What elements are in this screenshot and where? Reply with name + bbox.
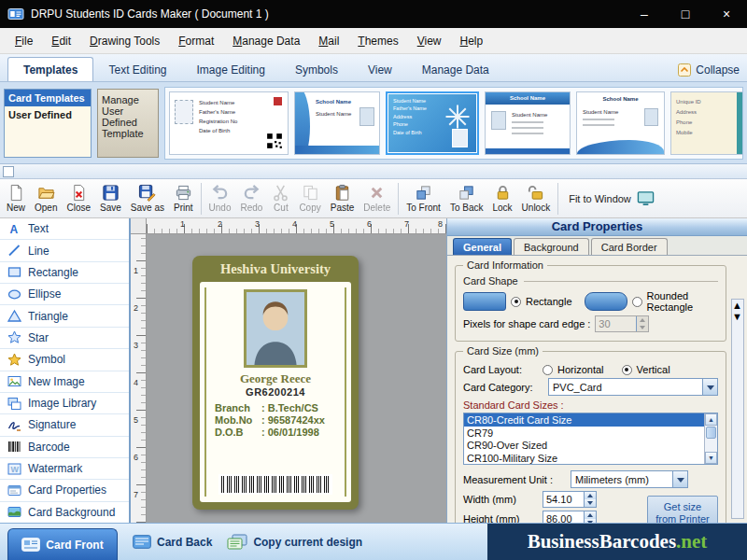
spin-up[interactable] xyxy=(585,511,596,519)
menu-item-format[interactable]: Format xyxy=(169,31,223,51)
dropdown-arrow-icon[interactable] xyxy=(702,379,717,395)
panel-scrollbar[interactable]: ▲ ▼ xyxy=(731,299,744,519)
card-holder-name[interactable]: George Reece xyxy=(200,371,351,386)
rounded-rectangle-radio[interactable] xyxy=(632,297,642,307)
tab-image-editing[interactable]: Image Editing xyxy=(182,58,280,81)
save-as-button[interactable]: Save as xyxy=(126,182,169,215)
rectangle-radio[interactable] xyxy=(511,297,521,307)
template-thumbnail-1[interactable]: Student Name Father's Name Registration … xyxy=(169,91,289,155)
card-size-option-selected[interactable]: CR80-Credit Card Size xyxy=(464,413,704,427)
card-front-tab[interactable]: Card Front xyxy=(7,528,118,560)
lock-button[interactable]: Lock xyxy=(487,182,516,215)
card-category-dropdown[interactable]: PVC_Card xyxy=(548,378,718,396)
template-thumbnail-2[interactable]: School Name Student Name xyxy=(294,91,380,155)
to-back-button[interactable]: To Back xyxy=(445,182,488,215)
rounded-rectangle-radio-label[interactable]: Rounded Rectangle xyxy=(647,290,701,313)
card-photo[interactable] xyxy=(244,289,307,368)
tab-templates[interactable]: Templates xyxy=(7,57,93,81)
measurement-unit-dropdown[interactable]: Milimeters (mm) xyxy=(571,470,688,488)
scrollbar-thumb[interactable] xyxy=(706,427,716,439)
tab-background[interactable]: Background xyxy=(514,238,589,255)
copy-button[interactable]: Copy xyxy=(294,182,325,215)
tool-card-properties[interactable]: Card Properties xyxy=(0,480,129,501)
card-back-tab[interactable]: Card Back xyxy=(133,535,212,549)
close-button[interactable]: × xyxy=(706,0,747,28)
template-thumbnail-6[interactable]: Unique ID Address Phone Mobile xyxy=(670,91,743,155)
menu-item-file[interactable]: File xyxy=(6,31,42,51)
card-university-name[interactable]: Heshiva University xyxy=(192,261,359,277)
template-thumbnail-4[interactable]: School Name Student Name xyxy=(485,91,571,155)
menu-item-edit[interactable]: Edit xyxy=(42,31,80,51)
menu-item-drawing-tools[interactable]: Drawing Tools xyxy=(80,31,169,51)
scrollbar-track[interactable] xyxy=(705,426,717,452)
open-button[interactable]: Open xyxy=(30,182,62,215)
menu-item-manage-data[interactable]: Manage Data xyxy=(223,31,309,51)
card-barcode[interactable] xyxy=(218,474,332,495)
card-field-row[interactable]: D.O.B: 06/01/1998 xyxy=(200,426,351,438)
scroll-down-arrow[interactable]: ▼ xyxy=(705,452,717,464)
delete-button[interactable]: Delete xyxy=(359,182,395,215)
maximize-button[interactable]: □ xyxy=(665,0,706,28)
redo-button[interactable]: Redo xyxy=(235,182,267,215)
vertical-radio-label[interactable]: Vertical xyxy=(637,364,670,375)
vertical-radio[interactable] xyxy=(622,365,632,375)
tool-watermark[interactable]: WWatermark xyxy=(0,458,129,480)
menu-item-view[interactable]: View xyxy=(408,31,451,51)
tool-text[interactable]: AText xyxy=(0,218,129,240)
template-thumbnail-5[interactable]: School Name Student Name xyxy=(576,91,665,155)
get-size-from-printer-button[interactable]: Get size from Printer xyxy=(647,496,718,523)
tool-signature[interactable]: Signature xyxy=(0,414,129,436)
tool-star[interactable]: Star xyxy=(0,328,129,349)
rounded-rectangle-shape-preview[interactable] xyxy=(585,292,627,311)
id-card-design[interactable]: Heshiva University George Reece GR620021… xyxy=(192,256,359,510)
card-field-row[interactable]: Branch: B.Tech/CS xyxy=(200,401,351,413)
tab-view[interactable]: View xyxy=(353,58,407,81)
collapse-button[interactable]: Collapse xyxy=(678,63,740,81)
paste-button[interactable]: Paste xyxy=(326,182,359,215)
card-id-number[interactable]: GR6200214 xyxy=(200,386,351,398)
tool-triangle[interactable]: Triangle xyxy=(0,305,129,327)
scroll-down-arrow[interactable]: ▼ xyxy=(732,311,743,322)
close-document-button[interactable]: Close xyxy=(62,182,95,215)
menu-item-mail[interactable]: Mail xyxy=(309,31,348,51)
spin-down[interactable] xyxy=(585,519,596,523)
tool-ellipse[interactable]: Ellipse xyxy=(0,284,129,305)
card-size-option[interactable]: CR100-Military Size xyxy=(464,452,704,465)
list-scrollbar[interactable]: ▲ ▼ xyxy=(704,413,717,464)
width-spinner[interactable]: 54.10 xyxy=(543,491,597,508)
copy-current-design-button[interactable]: Copy current design xyxy=(227,534,362,550)
tool-new-image[interactable]: New Image xyxy=(0,371,129,393)
scroll-up-arrow[interactable]: ▲ xyxy=(732,300,743,311)
menu-item-help[interactable]: Help xyxy=(451,31,493,51)
spin-up[interactable] xyxy=(585,492,596,499)
card-size-option[interactable]: CR90-Over Sized xyxy=(464,439,704,452)
panel-handle-button[interactable] xyxy=(3,166,14,177)
menu-item-themes[interactable]: Themes xyxy=(348,31,407,51)
tool-rectangle[interactable]: Rectangle xyxy=(0,262,129,284)
tab-card-border[interactable]: Card Border xyxy=(591,238,668,255)
tab-manage-data[interactable]: Manage Data xyxy=(407,58,504,81)
tool-line[interactable]: Line xyxy=(0,240,129,261)
tool-card-background[interactable]: Card Background xyxy=(0,502,129,523)
card-field-row[interactable]: Mob.No: 96587424xx xyxy=(200,413,351,426)
template-thumbnail-3-selected[interactable]: Student Name Father's Name Address Phone… xyxy=(386,91,479,155)
manage-user-defined-template-button[interactable]: Manage User Defined Template xyxy=(97,89,159,158)
tab-symbols[interactable]: Symbols xyxy=(280,58,353,81)
standard-card-sizes-list[interactable]: CR80-Credit Card Size CR79 CR90-Over Siz… xyxy=(463,413,718,465)
spin-down[interactable] xyxy=(585,499,596,507)
design-canvas[interactable]: 1 2 3 4 5 6 7 8 1 2 3 4 5 6 7 Heshiva Un… xyxy=(131,218,446,523)
tab-general[interactable]: General xyxy=(453,238,512,255)
fit-to-window-button[interactable]: Fit to Window xyxy=(561,188,662,209)
unlock-button[interactable]: Unlock xyxy=(517,182,556,215)
to-front-button[interactable]: To Front xyxy=(402,182,445,215)
scroll-up-arrow[interactable]: ▲ xyxy=(705,413,717,426)
rectangle-radio-label[interactable]: Rectangle xyxy=(526,296,572,307)
card-templates-user-defined-button[interactable]: Card Templates User Defined xyxy=(4,89,92,158)
cut-button[interactable]: Cut xyxy=(267,182,294,215)
horizontal-radio[interactable] xyxy=(543,365,553,375)
minimize-button[interactable]: – xyxy=(624,0,665,28)
undo-button[interactable]: Undo xyxy=(204,182,236,215)
save-button[interactable]: Save xyxy=(95,182,126,215)
rectangle-shape-preview[interactable] xyxy=(463,292,506,311)
tab-text-editing[interactable]: Text Editing xyxy=(93,58,181,81)
